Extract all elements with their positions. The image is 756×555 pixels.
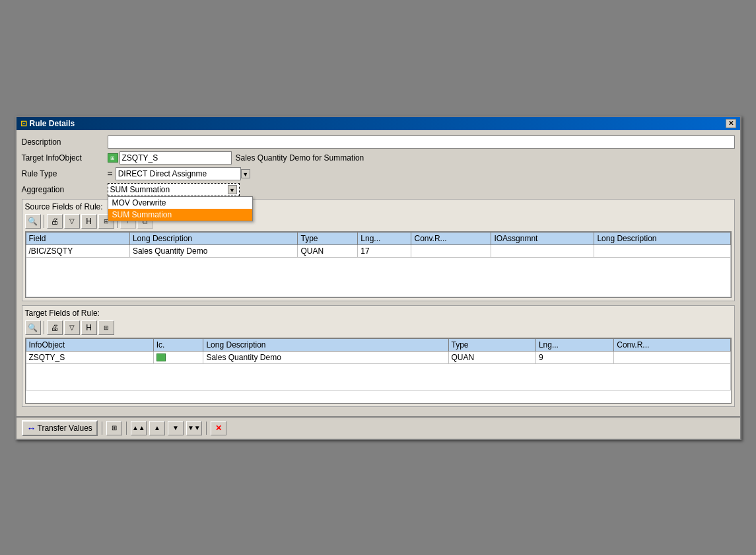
target-longdesc-value: Sales Quantity Demo [203, 351, 448, 363]
target-fields-title: Target Fields of Rule: [25, 309, 732, 318]
source-field-value: /BIC/ZSQTY [26, 244, 129, 257]
aggregation-dropdown-arrow[interactable]: ▼ [228, 185, 237, 194]
target-table-row[interactable]: ZSQTY_S Sales Quantity Demo QUAN 9 [26, 351, 730, 363]
transfer-icon: ↔ [27, 423, 36, 433]
target-col-ic: Ic. [153, 338, 203, 351]
go-down-btn[interactable]: ▼ [168, 421, 184, 435]
target-print-btn[interactable]: 🖨 [47, 320, 63, 335]
source-ioassgnmnt-value [491, 244, 594, 257]
description-label: Description [22, 137, 108, 147]
target-fields-section: Target Fields of Rule: 🔍 🖨 ▽ H ⊞ InfoObj… [22, 305, 735, 407]
aggregation-option-sum[interactable]: SUM Summation [108, 209, 252, 221]
target-col-type: Type [448, 338, 535, 351]
rule-details-window: ⊡ Rule Details ✕ Description Target Info… [15, 116, 741, 440]
target-infoobject-label: Target InfoObject [22, 153, 108, 163]
target-col-infoobject: InfoObject [26, 338, 153, 351]
target-infoobj-icon [156, 353, 166, 361]
source-lng-value: 17 [358, 244, 411, 257]
aggregation-option-mov[interactable]: MOV Overwrite [108, 197, 252, 209]
target-save-btn[interactable]: H [81, 320, 97, 335]
source-print-btn[interactable]: 🖨 [47, 214, 63, 229]
aggregation-row: Aggregation SUM Summation ▼ MOV Overwrit… [22, 183, 735, 196]
rule-type-dropdown-btn[interactable]: ▼ [241, 169, 250, 178]
equals-icon: = [108, 168, 113, 179]
source-search-btn[interactable]: 🔍 [25, 214, 41, 229]
bottom-toolbar: ↔ Transfer Values ⊞ ▲▲ ▲ ▼ ▼▼ ✕ [17, 416, 740, 439]
target-filter-btn[interactable]: ▽ [64, 320, 80, 335]
target-convr-value [614, 351, 730, 363]
go-up-btn[interactable]: ▲ [149, 421, 165, 435]
source-table: Field Long Description Type Lng... Conv.… [26, 232, 731, 297]
target-lng-value: 9 [535, 351, 613, 363]
target-type-value: QUAN [448, 351, 535, 363]
target-table-area: InfoObject Ic. Long Description Type Lng… [25, 338, 732, 404]
aggregation-selected-text: SUM Summation [110, 185, 170, 194]
target-col-convr: Conv.R... [614, 338, 730, 351]
source-col-ioassgnmnt: IOAssgnmnt [491, 232, 594, 244]
source-type-value: QUAN [298, 244, 358, 257]
target-infoobject-row: Target InfoObject ⊞ Sales Quantity Demo … [22, 151, 735, 165]
source-filter-btn[interactable]: ▽ [64, 214, 80, 229]
target-toolbar: 🔍 🖨 ▽ H ⊞ [25, 320, 732, 335]
source-save-btn[interactable]: H [81, 214, 97, 229]
description-row: Description [22, 135, 735, 149]
target-search-btn[interactable]: 🔍 [25, 320, 41, 335]
aggregation-selected[interactable]: SUM Summation ▼ [108, 183, 240, 196]
bsep2 [126, 422, 127, 435]
source-col-longdesc: Long Description [129, 232, 298, 244]
rule-type-input[interactable] [116, 167, 241, 180]
bsep1 [102, 422, 102, 435]
aggregation-label: Aggregation [22, 185, 108, 194]
window-content: Description Target InfoObject ⊞ Sales Qu… [17, 130, 740, 416]
table-view-btn[interactable]: ⊞ [106, 421, 122, 435]
source-col-longdesc2: Long Description [594, 232, 730, 244]
source-longdesc2-value [594, 244, 730, 257]
source-col-convr: Conv.R... [411, 232, 491, 244]
target-infoobject-value: ZSQTY_S [26, 351, 153, 363]
source-col-field: Field [26, 232, 129, 244]
window-icon: ⊡ [20, 119, 27, 128]
transfer-values-btn[interactable]: ↔ Transfer Values [22, 420, 98, 436]
source-table-row[interactable]: /BIC/ZSQTY Sales Quantity Demo QUAN 17 [26, 244, 730, 257]
target-infoobject-desc: Sales Quantity Demo for Summation [236, 153, 364, 163]
source-longdesc-value: Sales Quantity Demo [129, 244, 298, 257]
rule-type-row: Rule Type = ▼ [22, 167, 735, 180]
sep1 [44, 215, 44, 228]
target-col-lng: Lng... [535, 338, 613, 351]
source-col-lng: Lng... [358, 232, 411, 244]
description-input[interactable] [108, 135, 735, 149]
go-top-btn[interactable]: ▲▲ [131, 421, 147, 435]
aggregation-dropdown-container: SUM Summation ▼ MOV Overwrite SUM Summat… [108, 183, 240, 196]
target-table: InfoObject Ic. Long Description Type Lng… [26, 338, 731, 390]
delete-btn[interactable]: ✕ [211, 421, 226, 435]
aggregation-dropdown-menu: MOV Overwrite SUM Summation [108, 196, 253, 221]
title-bar: ⊡ Rule Details ✕ [17, 117, 740, 130]
target-merge-btn[interactable]: ⊞ [98, 320, 114, 335]
tsep1 [44, 321, 44, 334]
target-ic-value [153, 351, 203, 363]
target-col-longdesc: Long Description [203, 338, 448, 351]
close-button[interactable]: ✕ [726, 119, 736, 128]
source-col-type: Type [298, 232, 358, 244]
rule-type-label: Rule Type [22, 169, 108, 178]
go-bottom-btn[interactable]: ▼▼ [186, 421, 202, 435]
transfer-values-label: Transfer Values [38, 424, 92, 433]
source-table-area: Field Long Description Type Lng... Conv.… [25, 231, 732, 298]
title-bar-left: ⊡ Rule Details [20, 119, 75, 128]
window-title: Rule Details [30, 119, 75, 128]
target-infoobject-input[interactable] [120, 151, 232, 165]
bsep3 [206, 422, 207, 435]
infoobject-icon: ⊞ [108, 153, 118, 163]
source-convr-value [411, 244, 491, 257]
